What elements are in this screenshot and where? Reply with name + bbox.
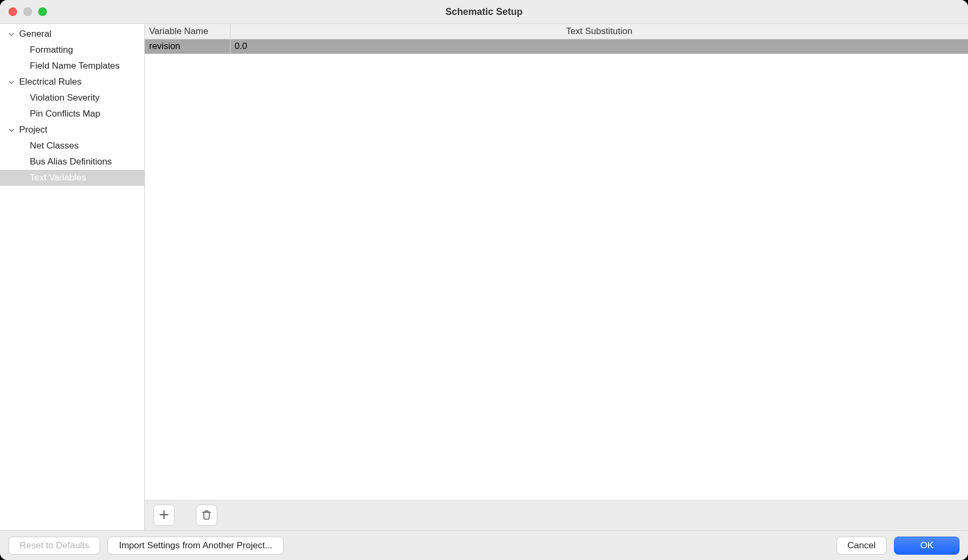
footer: Reset to Defaults Import Settings from A… — [0, 530, 968, 560]
zoom-icon[interactable] — [38, 7, 47, 16]
variables-table-wrap: Variable Name Text Substitution revision… — [145, 24, 968, 500]
sidebar-item-label: Text Variables — [30, 172, 86, 183]
main-panel: Variable Name Text Substitution revision… — [145, 24, 968, 530]
delete-row-button[interactable] — [196, 505, 217, 526]
table-toolbar — [145, 500, 968, 530]
sidebar-item-text-variables[interactable]: Text Variables — [0, 170, 144, 186]
sidebar-item-field-name-templates[interactable]: Field Name Templates — [0, 58, 144, 74]
chevron-down-icon — [6, 127, 16, 133]
content-body: General Formatting Field Name Templates … — [0, 24, 968, 530]
sidebar-item-net-classes[interactable]: Net Classes — [0, 138, 144, 154]
import-settings-button[interactable]: Import Settings from Another Project... — [108, 537, 283, 555]
plus-icon — [158, 509, 170, 522]
sidebar-section-label: General — [19, 29, 51, 39]
sidebar-section-project[interactable]: Project — [0, 122, 144, 138]
schematic-setup-window: Schematic Setup General Formatting Field… — [0, 0, 968, 560]
variables-table[interactable]: Variable Name Text Substitution revision… — [145, 24, 968, 54]
sidebar-item-label: Field Name Templates — [30, 61, 120, 71]
add-row-button[interactable] — [153, 505, 175, 526]
table-row[interactable]: revision 0.0 — [145, 39, 968, 54]
cancel-button[interactable]: Cancel — [836, 537, 887, 555]
sidebar-item-label: Violation Severity — [30, 93, 100, 103]
sidebar-item-label: Pin Conflicts Map — [30, 109, 100, 119]
column-header-text-substitution[interactable]: Text Substitution — [230, 24, 968, 39]
titlebar: Schematic Setup — [0, 0, 968, 24]
sidebar-item-formatting[interactable]: Formatting — [0, 42, 144, 58]
chevron-down-icon — [6, 79, 16, 85]
sidebar-item-pin-conflicts-map[interactable]: Pin Conflicts Map — [0, 106, 144, 122]
trash-icon — [201, 509, 212, 522]
column-header-variable-name[interactable]: Variable Name — [145, 24, 230, 39]
minimize-icon — [23, 7, 32, 16]
sidebar-item-label: Formatting — [30, 45, 73, 55]
cell-text-substitution[interactable]: 0.0 — [230, 39, 968, 54]
sidebar-section-general[interactable]: General — [0, 26, 144, 42]
sidebar-section-electrical-rules[interactable]: Electrical Rules — [0, 74, 144, 90]
sidebar-section-label: Project — [19, 125, 47, 135]
reset-to-defaults-button[interactable]: Reset to Defaults — [9, 537, 100, 555]
window-title: Schematic Setup — [0, 6, 968, 18]
sidebar-item-bus-alias-definitions[interactable]: Bus Alias Definitions — [0, 154, 144, 170]
sidebar-item-label: Net Classes — [30, 141, 79, 151]
traffic-lights — [0, 7, 47, 16]
sidebar-section-label: Electrical Rules — [19, 77, 81, 87]
sidebar-item-violation-severity[interactable]: Violation Severity — [0, 90, 144, 106]
chevron-down-icon — [6, 31, 16, 37]
sidebar: General Formatting Field Name Templates … — [0, 24, 145, 530]
ok-button[interactable]: OK — [894, 537, 959, 555]
close-icon[interactable] — [9, 7, 17, 16]
sidebar-item-label: Bus Alias Definitions — [30, 157, 112, 167]
cell-variable-name[interactable]: revision — [145, 39, 230, 54]
